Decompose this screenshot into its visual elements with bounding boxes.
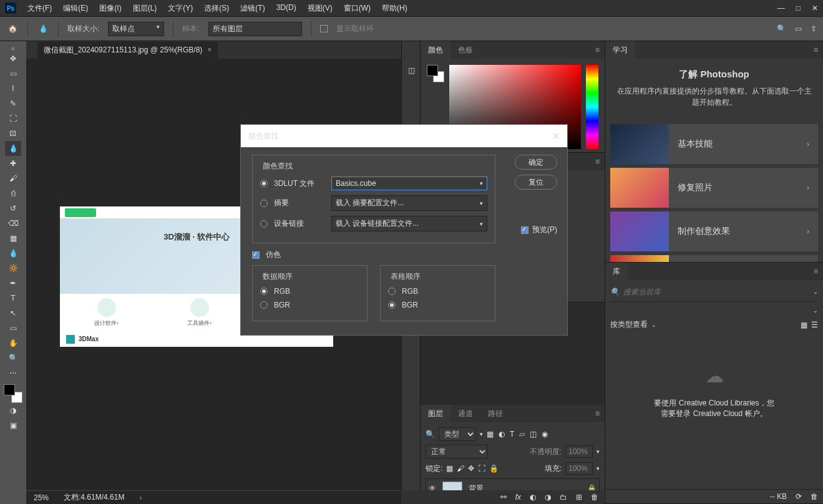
menu-layer[interactable]: 图层(L) [129, 1, 161, 16]
radio-3dlut[interactable] [260, 180, 268, 187]
blend-mode-select[interactable]: 正常 [426, 445, 488, 458]
radio-table-bgr[interactable] [388, 301, 396, 309]
sample-size-select[interactable]: 取样点 ▾ [108, 22, 164, 36]
learn-card-more[interactable] [610, 255, 818, 263]
menu-filter[interactable]: 滤镜(T) [236, 1, 268, 16]
grid-view-icon[interactable]: ▦ [801, 321, 807, 329]
fx-icon[interactable]: fx [515, 493, 521, 502]
filter-smart-icon[interactable]: ◫ [530, 430, 537, 439]
device-combo[interactable]: 载入 设备链接配置文件...▾ [331, 216, 487, 231]
home-icon[interactable]: 🏠 [6, 22, 19, 35]
close-tab-icon[interactable]: × [207, 46, 212, 54]
new-layer-icon[interactable]: ⊞ [576, 493, 582, 502]
dialog-close-icon[interactable]: ✕ [552, 130, 560, 142]
library-search-input[interactable] [623, 288, 809, 296]
menu-edit[interactable]: 编辑(E) [59, 1, 92, 16]
maximize-icon[interactable]: □ [796, 4, 801, 12]
lock-pos-icon[interactable]: ✥ [468, 464, 474, 473]
brush-tool[interactable]: 🖌 [5, 171, 21, 186]
filter-adjust-icon[interactable]: ◐ [499, 430, 505, 439]
history-brush-tool[interactable]: ↺ [5, 201, 21, 216]
delete-icon[interactable]: 🗑 [591, 493, 598, 502]
path-select-tool[interactable]: ↖ [5, 306, 21, 321]
learn-card-basics[interactable]: 基本技能› [610, 124, 818, 164]
frame-tool[interactable]: ⛝ [5, 126, 21, 141]
menu-3d[interactable]: 3D(D) [273, 1, 300, 16]
opacity-input[interactable] [565, 445, 593, 458]
filter-type-icon[interactable]: T [510, 430, 514, 439]
pen-tool[interactable]: ✒ [5, 276, 21, 291]
menu-view[interactable]: 视图(V) [304, 1, 336, 16]
hue-slider[interactable] [586, 65, 598, 149]
menu-type[interactable]: 文字(Y) [164, 1, 197, 16]
lasso-tool[interactable]: ⌇ [5, 81, 21, 96]
radio-table-rgb[interactable] [388, 288, 396, 295]
panel-menu-icon[interactable]: ≡ [590, 409, 605, 418]
lut-file-combo[interactable]: Basics.cube▾ [331, 177, 487, 190]
tab-paths[interactable]: 路径 [480, 405, 510, 423]
tab-libraries[interactable]: 库 [605, 263, 628, 281]
fill-input[interactable] [565, 462, 593, 475]
filter-toggle-icon[interactable]: ◉ [542, 430, 548, 439]
chevron-down-icon[interactable]: ⌄ [813, 308, 818, 314]
type-tool[interactable]: T [5, 291, 21, 306]
library-filter-label[interactable]: 按类型查看 [610, 319, 648, 330]
menu-window[interactable]: 窗口(W) [340, 1, 374, 16]
zoom-level[interactable]: 25% [34, 493, 49, 502]
doc-info-arrow-icon[interactable]: › [139, 493, 142, 502]
color-swatches[interactable] [4, 384, 22, 403]
panel-color-swatches[interactable] [427, 65, 444, 82]
panel-menu-icon[interactable]: ≡ [590, 157, 605, 166]
menu-image[interactable]: 图像(I) [95, 1, 125, 16]
sample-select[interactable]: 所有图层 [208, 22, 302, 36]
crop-tool[interactable]: ⛶ [5, 111, 21, 126]
panel-menu-icon[interactable]: ≡ [590, 46, 605, 54]
minimize-icon[interactable]: — [777, 4, 785, 12]
stamp-tool[interactable]: ⎙ [5, 186, 21, 201]
zoom-tool[interactable]: 🔍 [5, 351, 21, 366]
foreground-color[interactable] [4, 384, 15, 395]
mask-icon[interactable]: ◐ [530, 493, 536, 502]
edit-toolbar[interactable]: ⋯ [5, 366, 21, 380]
lock-trans-icon[interactable]: ▦ [446, 464, 453, 473]
panel-menu-icon[interactable]: ≡ [809, 267, 823, 276]
link-layers-icon[interactable]: ⚯ [500, 493, 507, 502]
dodge-tool[interactable]: 🔆 [5, 261, 21, 276]
abstract-combo[interactable]: 载入 摘要配置文件...▾ [331, 195, 487, 211]
trash-icon[interactable]: 🗑 [811, 492, 818, 501]
ok-button[interactable]: 确定 [515, 155, 557, 170]
rectangle-tool[interactable]: ▭ [5, 321, 21, 336]
tab-swatches[interactable]: 色板 [450, 41, 480, 59]
lock-paint-icon[interactable]: 🖌 [457, 464, 464, 473]
marquee-tool[interactable]: ▭ [5, 66, 21, 81]
healing-tool[interactable]: ✚ [5, 156, 21, 171]
show-ring-checkbox[interactable] [320, 25, 328, 32]
layer-filter-kind[interactable]: 类型 [439, 427, 476, 441]
menu-help[interactable]: 帮助(H) [378, 1, 411, 16]
reset-button[interactable]: 复位 [515, 175, 557, 190]
tab-color[interactable]: 颜色 [421, 41, 450, 59]
search-icon[interactable]: 🔍 [777, 24, 786, 33]
preview-checkbox[interactable] [521, 226, 528, 234]
lock-all-icon[interactable]: 🔒 [489, 464, 499, 473]
adjustment-icon[interactable]: ◑ [545, 493, 551, 502]
eraser-tool[interactable]: ⌫ [5, 216, 21, 231]
quickmask-tool[interactable]: ◑ [5, 403, 21, 418]
screenmode-tool[interactable]: ▣ [5, 418, 21, 433]
radio-data-rgb[interactable] [260, 288, 268, 295]
panel-menu-icon[interactable]: ≡ [809, 46, 823, 54]
document-tab[interactable]: 微信截图_20240927115113.jpg @ 25%(RGB/8) × [37, 42, 218, 59]
share-icon[interactable]: ⇪ [811, 24, 817, 33]
filter-pixel-icon[interactable]: ▦ [487, 430, 494, 439]
toolbar-collapse-icon[interactable]: « [11, 45, 15, 51]
group-icon[interactable]: 🗀 [560, 493, 567, 502]
collapsed-panel-icon[interactable]: ◫ [402, 61, 421, 80]
sync-icon[interactable]: ⟳ [796, 492, 802, 501]
filter-shape-icon[interactable]: ▱ [519, 430, 525, 439]
chevron-down-icon[interactable]: ⌄ [813, 289, 818, 295]
doc-info[interactable]: 文档:4.61M/4.61M [64, 492, 124, 503]
learn-card-creative[interactable]: 制作创意效果› [610, 211, 818, 251]
eyedropper-tool[interactable]: 💧 [5, 141, 21, 156]
workspace-icon[interactable]: ▭ [795, 24, 802, 33]
menu-select[interactable]: 选择(S) [200, 1, 233, 16]
